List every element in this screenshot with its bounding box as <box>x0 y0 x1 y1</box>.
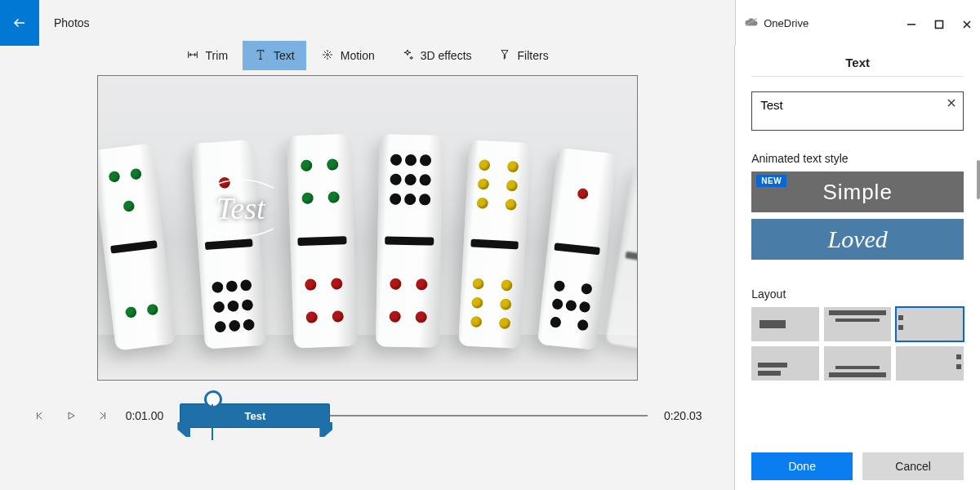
text-icon <box>254 48 267 64</box>
timeline-track[interactable]: Test <box>180 415 648 416</box>
play-button[interactable] <box>64 408 78 423</box>
video-preview[interactable]: Test <box>97 75 638 381</box>
app-title: Photos <box>54 16 90 29</box>
text-side-panel: OneDrive Text Animated text style NEW Si… <box>734 46 980 490</box>
trim-icon <box>186 48 199 64</box>
layout-right-edge[interactable] <box>896 346 964 381</box>
current-time: 0:01.00 <box>126 409 164 422</box>
caption-input-wrap[interactable] <box>751 91 964 131</box>
svg-rect-2 <box>936 21 943 29</box>
svg-point-0 <box>326 53 328 56</box>
onedrive-status[interactable]: OneDrive <box>744 17 808 29</box>
ornament-top-icon <box>200 176 282 189</box>
playback-controls: 0:01.00 Test 0:20.03 <box>33 399 702 433</box>
caption-input[interactable] <box>759 97 942 113</box>
edit-toolbar: Trim Text Motion 3D effects <box>175 41 560 70</box>
style-label: Simple <box>822 180 892 205</box>
filters-icon <box>498 48 511 64</box>
layout-top-wide[interactable] <box>824 307 892 341</box>
text-clip[interactable]: Test <box>180 403 330 428</box>
style-label: Loved <box>827 225 887 253</box>
layout-left-edge[interactable] <box>896 307 964 341</box>
minimize-button[interactable] <box>906 18 916 28</box>
styles-heading: Animated text style <box>751 152 964 165</box>
tool-text[interactable]: Text <box>243 41 306 70</box>
layout-bottom-wide[interactable] <box>824 346 892 381</box>
layout-options <box>751 307 964 381</box>
editor-area: Trim Text Motion 3D effects <box>0 46 734 490</box>
cancel-button[interactable]: Cancel <box>862 452 964 480</box>
tool-filters[interactable]: Filters <box>487 41 560 70</box>
total-time: 0:20.03 <box>664 409 702 422</box>
overlay-text-value: Test <box>180 189 302 227</box>
cloud-icon <box>744 17 759 29</box>
sparkle-icon <box>401 48 414 64</box>
window-chrome: OneDrive <box>735 0 980 46</box>
tool-label: 3D effects <box>421 49 472 62</box>
done-button[interactable]: Done <box>751 452 853 480</box>
back-button[interactable] <box>0 0 39 46</box>
ornament-bottom-icon <box>200 227 282 240</box>
tool-label: Motion <box>341 49 375 62</box>
layout-bottom-left[interactable] <box>751 346 819 381</box>
tool-label: Filters <box>518 49 549 62</box>
close-window-button[interactable] <box>962 18 972 28</box>
frame-forward-button[interactable] <box>95 408 109 423</box>
style-simple[interactable]: NEW Simple <box>751 172 964 212</box>
tool-label: Text <box>274 49 295 62</box>
onedrive-label: OneDrive <box>764 17 808 29</box>
panel-title: Text <box>751 46 964 77</box>
tool-trim[interactable]: Trim <box>175 41 239 70</box>
clip-label: Test <box>244 410 265 422</box>
tool-label: Trim <box>206 49 228 62</box>
style-loved[interactable]: Loved <box>751 219 964 260</box>
overlay-text: Test <box>180 176 302 240</box>
maximize-button[interactable] <box>934 18 944 28</box>
motion-icon <box>321 48 334 64</box>
clear-input-button[interactable] <box>947 97 956 110</box>
panel-scrollbar[interactable] <box>977 160 980 199</box>
tool-3d-effects[interactable]: 3D effects <box>390 41 483 70</box>
frame-back-button[interactable] <box>33 408 47 423</box>
new-badge: NEW <box>756 175 786 187</box>
tool-motion[interactable]: Motion <box>310 41 386 70</box>
layout-heading: Layout <box>751 287 964 301</box>
layout-left-center[interactable] <box>751 307 819 341</box>
